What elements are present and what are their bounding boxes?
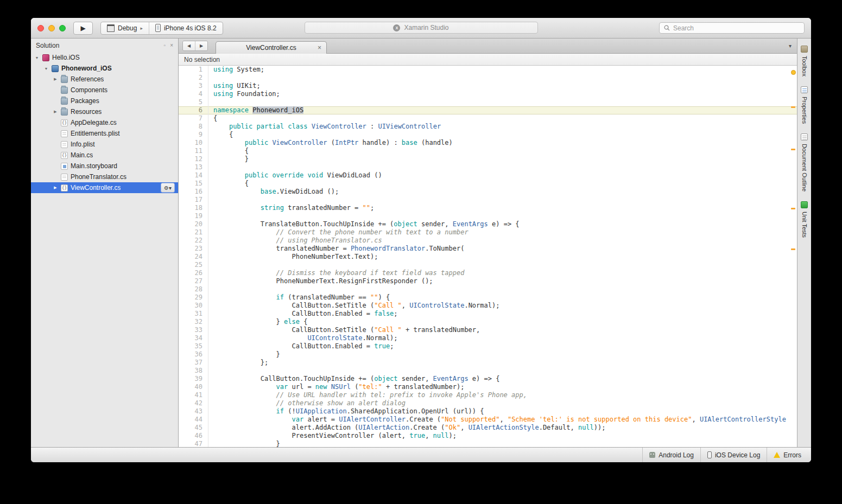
tree-item-label: Main.storyboard — [71, 162, 117, 170]
code-line[interactable]: 47 } — [179, 440, 797, 447]
change-marker[interactable] — [791, 149, 795, 150]
right-tab-document-outline[interactable]: Document Outline — [797, 129, 811, 196]
code-line[interactable]: 9 { — [179, 131, 797, 139]
code-line[interactable]: 2 — [179, 74, 797, 82]
code-line[interactable]: 33 CallButton.SetTitle ("Call " + transl… — [179, 326, 797, 334]
android-log-button[interactable]: Android Log — [642, 448, 700, 462]
code-line[interactable]: 35 CallButton.Enabled = true; — [179, 342, 797, 350]
tree-item-entitlements-plist[interactable]: Entitlements.plist — [31, 128, 178, 139]
code-line[interactable]: 41 // Use URL handler with tel: prefix t… — [179, 391, 797, 399]
code-line[interactable]: 40 var url = new NSUrl ("tel:" + transla… — [179, 383, 797, 391]
code-line[interactable]: 25 — [179, 261, 797, 269]
navigate-back-button[interactable]: ◀ — [183, 41, 195, 50]
line-number: 43 — [179, 407, 208, 416]
item-options-button[interactable]: ⚙▾ — [161, 183, 175, 193]
disclosure-closed-icon[interactable]: ▶ — [53, 77, 58, 81]
tree-item-phoneword-ios[interactable]: ▼Phoneword_iOS — [31, 63, 178, 74]
device-selector[interactable]: iPhone 4s iOS 8.2 — [149, 22, 223, 34]
code-line[interactable]: 46 PresentViewController (alert, true, n… — [179, 432, 797, 440]
code-line[interactable]: 18 string translatedNumber = ""; — [179, 204, 797, 212]
code-line[interactable]: 36 } — [179, 350, 797, 359]
code-line[interactable]: 3using UIKit; — [179, 82, 797, 90]
code-line[interactable]: 5 — [179, 98, 797, 106]
disclosure-open-icon[interactable]: ▼ — [34, 56, 40, 60]
code-line[interactable]: 24 PhoneNumberText.Text); — [179, 253, 797, 261]
right-tab-toolbox[interactable]: Toolbox — [797, 41, 811, 81]
code-line[interactable]: 4using Foundation; — [179, 90, 797, 98]
code-line[interactable]: 45 alert.AddAction (UIAlertAction.Create… — [179, 424, 797, 432]
dock-pane-icon[interactable]: ▫ — [164, 42, 166, 48]
change-marker[interactable] — [791, 248, 795, 250]
code-line[interactable]: 8 public partial class ViewController : … — [179, 123, 797, 131]
change-marker[interactable] — [791, 208, 795, 209]
code-line[interactable]: 23 translatedNumber = PhonewordTranslato… — [179, 245, 797, 253]
line-number: 30 — [179, 302, 208, 310]
disclosure-open-icon[interactable]: ▼ — [43, 67, 49, 71]
close-window-button[interactable] — [37, 25, 44, 31]
code-line[interactable]: 20 TranslateButton.TouchUpInside += (obj… — [179, 220, 797, 228]
code-line[interactable]: 10 public ViewController (IntPtr handle)… — [179, 139, 797, 147]
line-number: 9 — [179, 131, 208, 139]
code-line[interactable]: 42 // otherwise show an alert dialog — [179, 399, 797, 407]
errors-log-button[interactable]: Errors — [767, 448, 808, 462]
code-line[interactable]: 14 public override void ViewDidLoad () — [179, 171, 797, 180]
code-editor[interactable]: 1using System;23using UIKit;4using Found… — [179, 66, 797, 447]
code-line[interactable]: 7{ — [179, 114, 797, 123]
code-line[interactable]: 34 UIControlState.Normal); — [179, 334, 797, 342]
tree-item-main-cs[interactable]: {}Main.cs — [31, 150, 178, 161]
ios-device-log-button[interactable]: iOS Device Log — [700, 448, 767, 462]
navigate-forward-button[interactable]: ▶ — [195, 41, 207, 50]
quicktask-indicator-icon[interactable] — [791, 70, 796, 75]
code-line[interactable]: 28 — [179, 285, 797, 294]
right-tab-properties[interactable]: Properties — [797, 81, 811, 129]
tree-item-hello-ios[interactable]: ▼Hello.iOS — [31, 52, 178, 63]
code-line[interactable]: 39 CallButton.TouchUpInside += (object s… — [179, 375, 797, 383]
tree-item-packages[interactable]: Packages — [31, 95, 178, 106]
code-line[interactable]: 1using System; — [179, 66, 797, 74]
tree-item-label: Packages — [71, 97, 99, 105]
code-line[interactable]: 32 } else { — [179, 318, 797, 326]
code-line[interactable]: 30 CallButton.SetTitle ("Call ", UIContr… — [179, 302, 797, 310]
code-line[interactable]: 26 // Dismiss the keyboard if text field… — [179, 269, 797, 277]
code-line[interactable]: 43 if (!UIApplication.SharedApplication.… — [179, 407, 797, 416]
code-line[interactable]: 27 PhoneNumberText.ResignFirstResponder … — [179, 277, 797, 285]
code-line[interactable]: 15 { — [179, 180, 797, 188]
device-label: iPhone 4s iOS 8.2 — [164, 24, 217, 32]
code-line[interactable]: 38 — [179, 367, 797, 375]
close-pane-icon[interactable]: × — [170, 42, 173, 48]
tab-close-icon[interactable]: × — [318, 44, 321, 52]
search-input[interactable]: Search — [659, 22, 805, 34]
code-line[interactable]: 22 // using PhoneTranslator.cs — [179, 237, 797, 245]
disclosure-closed-icon[interactable]: ▶ — [53, 186, 58, 190]
tab-viewcontroller-cs[interactable]: ViewController.cs × — [216, 41, 327, 54]
code-line[interactable]: 6namespace Phoneword_iOS — [179, 106, 797, 114]
code-line[interactable]: 29 if (translatedNumber == "") { — [179, 294, 797, 302]
configuration-selector[interactable]: Debug ▸ — [101, 22, 149, 34]
minimize-window-button[interactable] — [48, 25, 55, 31]
toolbox-icon — [801, 46, 808, 53]
zoom-window-button[interactable] — [59, 25, 66, 31]
code-line[interactable]: 11 { — [179, 147, 797, 155]
code-line[interactable]: 13 — [179, 163, 797, 171]
run-button[interactable]: ▶ — [73, 22, 93, 35]
code-line[interactable]: 37 }; — [179, 359, 797, 367]
tree-item-main-storyboard[interactable]: Main.storyboard — [31, 161, 178, 171]
code-line[interactable]: 19 — [179, 212, 797, 220]
code-line[interactable]: 12 } — [179, 155, 797, 163]
tree-item-phonetranslator-cs[interactable]: PhoneTranslator.cs — [31, 171, 178, 182]
code-line[interactable]: 44 var alert = UIAlertController.Create … — [179, 416, 797, 424]
code-line[interactable]: 21 // Convert the phone number with text… — [179, 228, 797, 237]
tree-item-viewcontroller-cs[interactable]: ▶{}ViewController.cs⚙▾ — [31, 182, 178, 193]
right-tab-unit-tests[interactable]: Unit Tests — [797, 196, 811, 243]
tree-item-appdelegate-cs[interactable]: {}AppDelegate.cs — [31, 117, 178, 128]
tree-item-resources[interactable]: ▶Resources — [31, 106, 178, 117]
code-line[interactable]: 16 base.ViewDidLoad (); — [179, 188, 797, 196]
tree-item-info-plist[interactable]: Info.plist — [31, 139, 178, 150]
code-line[interactable]: 31 CallButton.Enabled = false; — [179, 310, 797, 318]
tree-item-components[interactable]: Components — [31, 85, 178, 95]
tree-item-references[interactable]: ▶References — [31, 74, 178, 85]
tab-list-dropdown-icon[interactable]: ▾ — [789, 43, 793, 49]
code-line[interactable]: 17 — [179, 196, 797, 204]
change-marker[interactable] — [791, 106, 795, 108]
disclosure-closed-icon[interactable]: ▶ — [53, 110, 58, 114]
